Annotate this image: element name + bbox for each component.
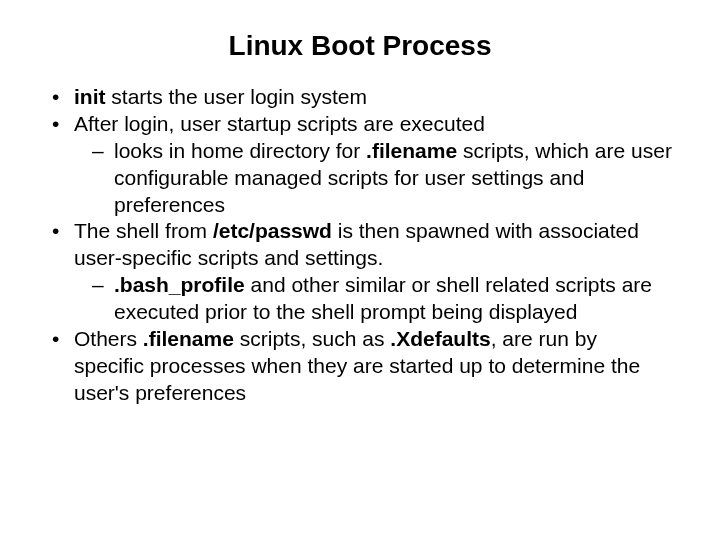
bullet-4-bold2: .Xdefaults (390, 327, 490, 350)
slide: Linux Boot Process init starts the user … (0, 0, 720, 540)
bullet-3-bold: /etc/passwd (213, 219, 332, 242)
bullet-list: init starts the user login system After … (40, 84, 680, 407)
bullet-3-pre: The shell from (74, 219, 213, 242)
bullet-3-sublist: .bash_profile and other similar or shell… (74, 272, 672, 326)
bullet-1-bold: init (74, 85, 106, 108)
bullet-1-text: starts the user login system (106, 85, 367, 108)
bullet-2-sub-1-bold: .filename (366, 139, 457, 162)
bullet-2-sub-1-pre: looks in home directory for (114, 139, 366, 162)
bullet-3: The shell from /etc/passwd is then spawn… (48, 218, 672, 326)
bullet-3-sub-1-bold: .bash_profile (114, 273, 245, 296)
bullet-2-sublist: looks in home directory for .filename sc… (74, 138, 672, 219)
bullet-2: After login, user startup scripts are ex… (48, 111, 672, 219)
slide-title: Linux Boot Process (40, 30, 680, 62)
bullet-4-mid: scripts, such as (234, 327, 390, 350)
bullet-2-sub-1: looks in home directory for .filename sc… (92, 138, 672, 219)
bullet-4-pre: Others (74, 327, 143, 350)
bullet-3-sub-1: .bash_profile and other similar or shell… (92, 272, 672, 326)
bullet-4-bold1: .filename (143, 327, 234, 350)
bullet-2-text: After login, user startup scripts are ex… (74, 112, 485, 135)
bullet-4: Others .filename scripts, such as .Xdefa… (48, 326, 672, 407)
bullet-1: init starts the user login system (48, 84, 672, 111)
